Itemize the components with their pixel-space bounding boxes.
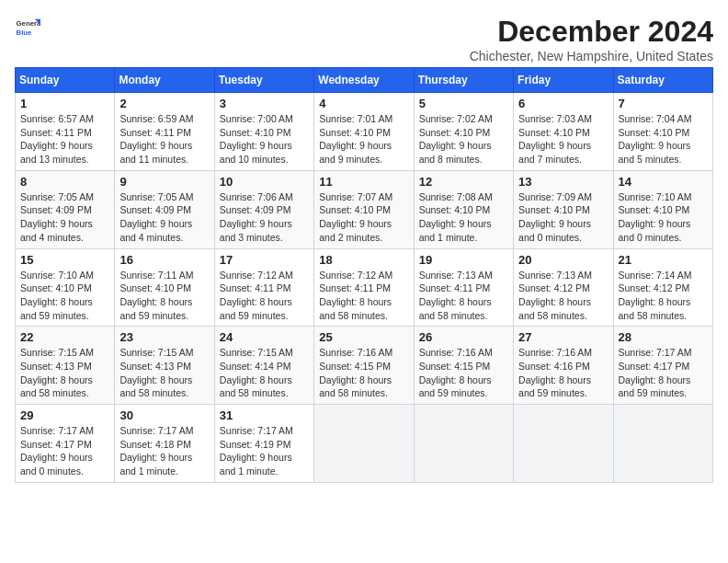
- day-info: Sunrise: 7:12 AM Sunset: 4:11 PM Dayligh…: [220, 269, 309, 323]
- sunrise-label: Sunrise: 7:05 AM: [119, 191, 193, 202]
- sunrise-label: Sunrise: 7:15 AM: [220, 347, 293, 358]
- day-info: Sunrise: 7:05 AM Sunset: 4:09 PM Dayligh…: [119, 190, 209, 245]
- day-info: Sunrise: 7:07 AM Sunset: 4:10 PM Dayligh…: [319, 190, 408, 245]
- calendar-cell: 21 Sunrise: 7:14 AM Sunset: 4:12 PM Dayl…: [613, 248, 712, 327]
- sunrise-label: Sunrise: 7:12 AM: [319, 270, 392, 281]
- calendar-cell: [613, 405, 712, 483]
- day-header-sunday: Sunday: [16, 68, 115, 93]
- day-header-saturday: Saturday: [613, 68, 712, 93]
- calendar-cell: 27 Sunrise: 7:16 AM Sunset: 4:16 PM Dayl…: [514, 327, 613, 405]
- sunrise-label: Sunrise: 7:10 AM: [619, 191, 692, 202]
- daylight-label: Daylight: 9 hours and 7 minutes.: [518, 140, 591, 165]
- day-info: Sunrise: 7:16 AM Sunset: 4:15 PM Dayligh…: [419, 346, 508, 400]
- day-info: Sunrise: 7:10 AM Sunset: 4:10 PM Dayligh…: [20, 269, 109, 323]
- day-header-monday: Monday: [115, 68, 214, 93]
- day-number: 28: [619, 330, 708, 344]
- day-number: 3: [220, 97, 309, 110]
- sunset-label: Sunset: 4:10 PM: [619, 204, 690, 215]
- logo-icon: General Blue: [15, 15, 40, 40]
- day-number: 18: [319, 253, 408, 267]
- header: General Blue December 2024 Chichester, N…: [15, 15, 713, 63]
- sunrise-label: Sunrise: 7:17 AM: [119, 425, 193, 436]
- sunrise-label: Sunrise: 7:08 AM: [419, 191, 493, 202]
- sunset-label: Sunset: 4:17 PM: [619, 361, 690, 372]
- sunrise-label: Sunrise: 7:14 AM: [619, 270, 692, 281]
- daylight-label: Daylight: 8 hours and 58 minutes.: [20, 374, 93, 399]
- day-info: Sunrise: 7:15 AM Sunset: 4:13 PM Dayligh…: [20, 346, 109, 400]
- daylight-label: Daylight: 9 hours and 1 minute.: [220, 452, 292, 477]
- sunset-label: Sunset: 4:12 PM: [518, 282, 590, 293]
- daylight-label: Daylight: 8 hours and 59 minutes.: [20, 296, 93, 321]
- daylight-label: Daylight: 8 hours and 59 minutes.: [220, 296, 292, 321]
- month-title: December 2024: [470, 15, 713, 49]
- calendar-cell: 17 Sunrise: 7:12 AM Sunset: 4:11 PM Dayl…: [214, 248, 313, 327]
- sunset-label: Sunset: 4:13 PM: [20, 361, 92, 372]
- calendar-week-row: 29 Sunrise: 7:17 AM Sunset: 4:17 PM Dayl…: [16, 405, 713, 483]
- daylight-label: Daylight: 9 hours and 8 minutes.: [419, 140, 492, 165]
- sunset-label: Sunset: 4:10 PM: [319, 204, 391, 215]
- sunrise-label: Sunrise: 7:11 AM: [119, 270, 193, 281]
- sunset-label: Sunset: 4:10 PM: [20, 282, 92, 293]
- day-info: Sunrise: 7:13 AM Sunset: 4:11 PM Dayligh…: [419, 269, 508, 323]
- sunrise-label: Sunrise: 7:16 AM: [419, 347, 493, 358]
- calendar-cell: 29 Sunrise: 7:17 AM Sunset: 4:17 PM Dayl…: [16, 405, 115, 483]
- sunset-label: Sunset: 4:18 PM: [119, 439, 191, 450]
- sunrise-label: Sunrise: 7:05 AM: [20, 191, 94, 202]
- calendar-week-row: 8 Sunrise: 7:05 AM Sunset: 4:09 PM Dayli…: [16, 170, 713, 248]
- daylight-label: Daylight: 9 hours and 10 minutes.: [220, 140, 292, 165]
- sunset-label: Sunset: 4:10 PM: [518, 127, 590, 138]
- sunset-label: Sunset: 4:10 PM: [419, 127, 491, 138]
- day-info: Sunrise: 6:59 AM Sunset: 4:11 PM Dayligh…: [119, 112, 209, 167]
- calendar-cell: 14 Sunrise: 7:10 AM Sunset: 4:10 PM Dayl…: [613, 170, 712, 248]
- day-number: 5: [419, 97, 508, 110]
- day-info: Sunrise: 7:12 AM Sunset: 4:11 PM Dayligh…: [319, 269, 408, 323]
- day-info: Sunrise: 7:08 AM Sunset: 4:10 PM Dayligh…: [419, 190, 508, 245]
- day-info: Sunrise: 7:17 AM Sunset: 4:18 PM Dayligh…: [119, 424, 209, 478]
- calendar-cell: [514, 405, 613, 483]
- day-number: 16: [119, 253, 209, 267]
- daylight-label: Daylight: 9 hours and 4 minutes.: [20, 218, 93, 243]
- calendar-cell: 11 Sunrise: 7:07 AM Sunset: 4:10 PM Dayl…: [314, 170, 414, 248]
- day-number: 20: [518, 253, 608, 267]
- daylight-label: Daylight: 9 hours and 3 minutes.: [220, 218, 292, 243]
- sunrise-label: Sunrise: 7:17 AM: [220, 425, 293, 436]
- day-number: 6: [518, 97, 608, 110]
- sunrise-label: Sunrise: 7:07 AM: [319, 191, 392, 202]
- day-header-friday: Friday: [514, 68, 613, 93]
- daylight-label: Daylight: 9 hours and 0 minutes.: [20, 452, 93, 477]
- sunrise-label: Sunrise: 7:15 AM: [119, 347, 193, 358]
- daylight-label: Daylight: 9 hours and 1 minute.: [119, 452, 192, 477]
- title-area: December 2024 Chichester, New Hampshire,…: [470, 15, 713, 63]
- daylight-label: Daylight: 8 hours and 58 minutes.: [518, 296, 591, 321]
- calendar-cell: 25 Sunrise: 7:16 AM Sunset: 4:15 PM Dayl…: [314, 327, 414, 405]
- sunrise-label: Sunrise: 7:02 AM: [419, 113, 493, 124]
- day-info: Sunrise: 7:16 AM Sunset: 4:15 PM Dayligh…: [319, 346, 408, 400]
- logo: General Blue: [15, 15, 40, 40]
- sunrise-label: Sunrise: 7:01 AM: [319, 113, 392, 124]
- calendar-cell: 20 Sunrise: 7:13 AM Sunset: 4:12 PM Dayl…: [514, 248, 613, 327]
- sunset-label: Sunset: 4:17 PM: [20, 439, 92, 450]
- day-info: Sunrise: 7:01 AM Sunset: 4:10 PM Dayligh…: [319, 112, 408, 167]
- daylight-label: Daylight: 9 hours and 9 minutes.: [319, 140, 392, 165]
- sunrise-label: Sunrise: 7:16 AM: [518, 347, 592, 358]
- daylight-label: Daylight: 8 hours and 58 minutes.: [319, 374, 392, 399]
- day-header-wednesday: Wednesday: [314, 68, 414, 93]
- day-number: 22: [20, 330, 109, 344]
- calendar-header-row: SundayMondayTuesdayWednesdayThursdayFrid…: [16, 68, 713, 93]
- day-info: Sunrise: 7:05 AM Sunset: 4:09 PM Dayligh…: [20, 190, 109, 245]
- day-number: 2: [119, 97, 209, 110]
- calendar-cell: 7 Sunrise: 7:04 AM Sunset: 4:10 PM Dayli…: [613, 93, 712, 171]
- sunset-label: Sunset: 4:10 PM: [619, 127, 690, 138]
- sunrise-label: Sunrise: 6:57 AM: [20, 113, 94, 124]
- day-info: Sunrise: 7:15 AM Sunset: 4:13 PM Dayligh…: [119, 346, 209, 400]
- sunset-label: Sunset: 4:12 PM: [619, 282, 690, 293]
- day-number: 17: [220, 253, 309, 267]
- sunset-label: Sunset: 4:14 PM: [220, 361, 291, 372]
- calendar-cell: 23 Sunrise: 7:15 AM Sunset: 4:13 PM Dayl…: [115, 327, 214, 405]
- calendar-cell: 18 Sunrise: 7:12 AM Sunset: 4:11 PM Dayl…: [314, 248, 414, 327]
- day-number: 31: [220, 408, 309, 422]
- sunset-label: Sunset: 4:15 PM: [419, 361, 491, 372]
- day-number: 7: [619, 97, 708, 110]
- day-number: 1: [20, 97, 109, 110]
- sunset-label: Sunset: 4:09 PM: [20, 204, 92, 215]
